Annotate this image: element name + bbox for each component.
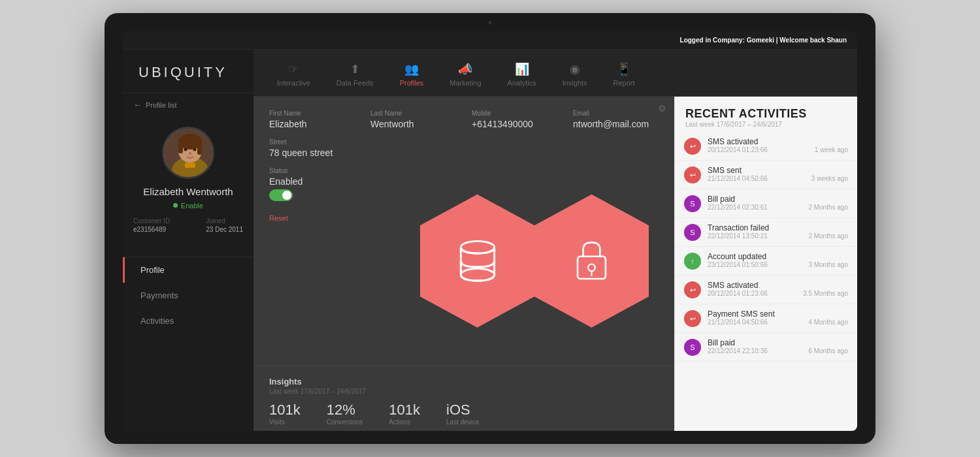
activity-time-row: 21/12/2014 04:50:66 3 weeks ago xyxy=(708,175,848,182)
email-value: ntworth@mail.com xyxy=(573,119,659,129)
logo-area: UBIQUITY xyxy=(123,50,253,93)
last-name-label: Last name xyxy=(370,110,456,117)
activity-ago: 1 week ago xyxy=(815,146,848,153)
mobile-label: Mobile xyxy=(472,110,557,117)
activity-date: 23/12/2014 01:50:66 xyxy=(708,261,768,268)
street-field: Street 78 queen street xyxy=(269,138,659,158)
status-value: Enabled xyxy=(269,176,659,187)
svg-point-7 xyxy=(193,148,197,151)
tab-analytics[interactable]: 📊 Analytics xyxy=(497,58,547,91)
activity-icon: ↩ xyxy=(684,281,701,298)
tab-marketing[interactable]: 📣 Marketing xyxy=(439,58,491,91)
tab-analytics-label: Analytics xyxy=(508,79,536,87)
activity-body: Payment SMS sent 21/12/2014 04:50:66 4 M… xyxy=(708,309,848,326)
svg-rect-9 xyxy=(185,163,195,168)
activity-date: 22/12/2014 22:10:36 xyxy=(708,347,768,355)
stat-visits-label: Visits xyxy=(269,418,301,426)
sidebar-item-payments[interactable]: Payments xyxy=(123,283,253,308)
activity-name: Payment SMS sent xyxy=(708,309,848,319)
activity-date: 22/12/2014 13:50:21 xyxy=(708,232,768,240)
activity-item: S Bill paid 22/12/2014 02:30:61 2 Months… xyxy=(675,189,857,218)
marketing-icon: 📣 xyxy=(458,62,472,76)
mobile-field: Mobile +61413490000 xyxy=(472,110,557,129)
street-value: 78 queen street xyxy=(269,148,659,158)
activities-title: RECENT ACTIVITIES xyxy=(685,107,847,121)
tab-data-feeds[interactable]: ⬆ Data Feeds xyxy=(326,58,384,91)
insights-title: Insights xyxy=(269,377,659,386)
activity-name: SMS sent xyxy=(708,166,848,175)
tab-interactive[interactable]: ☞ Interactive xyxy=(267,58,321,91)
settings-icon[interactable]: ⚙ xyxy=(658,103,666,114)
customer-id-value: e23156489 xyxy=(133,226,170,233)
main-area: ☞ Interactive ⬆ Data Feeds 👥 Profiles 📣 … xyxy=(253,50,857,431)
insights-stats: 101k Visits 12% Conversions 101k Actions xyxy=(269,402,659,426)
email-label: Email xyxy=(573,110,659,117)
activity-time-row: 20/12/2014 01:23:66 1 week ago xyxy=(708,146,848,153)
activity-name: Transaction failed xyxy=(708,223,848,232)
activities-list: ↩ SMS activated 20/12/2014 01:23:66 1 we… xyxy=(675,132,857,362)
analytics-icon: 📊 xyxy=(515,62,529,76)
activity-date: 21/12/2014 04:50:66 xyxy=(708,319,768,326)
activity-ago: 3.5 Months ago xyxy=(803,290,848,297)
activity-ago: 3 Months ago xyxy=(808,261,848,268)
activity-icon: S xyxy=(684,339,701,356)
activities-panel: RECENT ACTIVITIES Last week 17/6/2017 – … xyxy=(674,97,857,431)
stat-conversions: 12% Conversions xyxy=(327,402,363,426)
avatar-image xyxy=(164,129,214,179)
activity-body: Bill paid 22/12/2014 22:10:36 6 Months a… xyxy=(708,338,848,355)
activity-body: Transaction failed 22/12/2014 13:50:21 2… xyxy=(708,223,848,240)
activity-body: Account updated 23/12/2014 01:50:66 3 Mo… xyxy=(708,252,848,268)
app-container: UBIQUITY ← Profile list xyxy=(123,50,857,431)
activity-item: ↩ SMS sent 21/12/2014 04:50:66 3 weeks a… xyxy=(675,161,857,189)
activity-ago: 2 Months ago xyxy=(808,204,848,211)
hex-database xyxy=(417,191,538,331)
reset-link[interactable]: Reset xyxy=(269,214,288,222)
back-label: Profile list xyxy=(146,101,177,109)
activity-icon: ↩ xyxy=(684,310,701,327)
activity-icon: ↑ xyxy=(684,253,701,270)
status-toggle[interactable] xyxy=(269,189,293,201)
tab-profiles[interactable]: 👥 Profiles xyxy=(389,58,434,91)
logo: UBIQUITY xyxy=(139,64,238,81)
status-dot xyxy=(173,203,178,208)
stat-actions-value: 101k xyxy=(389,402,420,418)
form-row-name: First name Elizabeth Last name Wentworth… xyxy=(269,110,659,129)
activity-item: ↩ SMS activated 20/12/2014 01:23:66 1 we… xyxy=(675,132,857,161)
tab-interactive-label: Interactive xyxy=(277,79,310,87)
avatar xyxy=(162,127,214,179)
screen-bezel: Logged in Company: Gomeeki | Welcome bac… xyxy=(123,31,857,431)
sidebar-item-profile[interactable]: Profile xyxy=(123,257,253,283)
activity-time-row: 22/12/2014 02:30:61 2 Months ago xyxy=(708,204,848,211)
database-icon xyxy=(455,238,500,284)
activity-icon: S xyxy=(684,195,701,212)
activity-item: ↑ Account updated 23/12/2014 01:50:66 3 … xyxy=(675,247,857,276)
profile-content: ⚙ First name Elizabeth Last name We xyxy=(253,97,674,431)
activity-time-row: 21/12/2014 04:50:66 4 Months ago xyxy=(708,319,848,326)
sidebar-nav: Profile Payments Activities xyxy=(123,257,253,334)
last-name-field: Last name Wentworth xyxy=(370,110,456,129)
status-label: Status xyxy=(269,167,659,174)
activity-body: SMS activated 20/12/2014 01:23:66 3.5 Mo… xyxy=(708,281,848,297)
sidebar: UBIQUITY ← Profile list xyxy=(123,50,253,431)
profile-name: Elizabeth Wentworth xyxy=(143,185,233,198)
stat-device: iOS Last device xyxy=(446,402,480,426)
joined-value: 23 Dec 2011 xyxy=(206,226,243,233)
hex-overlay xyxy=(417,191,652,331)
activities-header: RECENT ACTIVITIES Last week 17/6/2017 – … xyxy=(675,97,857,132)
tab-report[interactable]: 📱 Report xyxy=(603,58,645,91)
sidebar-item-activities[interactable]: Activities xyxy=(123,308,253,334)
hex-lock xyxy=(531,191,652,331)
stat-actions-label: Actions xyxy=(389,418,420,426)
customer-id-label: Customer ID xyxy=(133,217,170,225)
activity-name: SMS activated xyxy=(708,281,848,290)
status-text: Enable xyxy=(181,202,203,210)
tab-insights[interactable]: ◉ Insights xyxy=(552,58,598,91)
svg-point-13 xyxy=(461,268,494,281)
joined-label: Joined xyxy=(206,217,243,225)
report-icon: 📱 xyxy=(617,62,631,76)
tab-data-feeds-label: Data Feeds xyxy=(336,79,374,87)
stat-visits: 101k Visits xyxy=(269,402,301,426)
back-link[interactable]: ← Profile list xyxy=(123,93,253,116)
activity-time-row: 23/12/2014 01:50:66 3 Months ago xyxy=(708,261,848,268)
svg-point-16 xyxy=(588,264,595,271)
